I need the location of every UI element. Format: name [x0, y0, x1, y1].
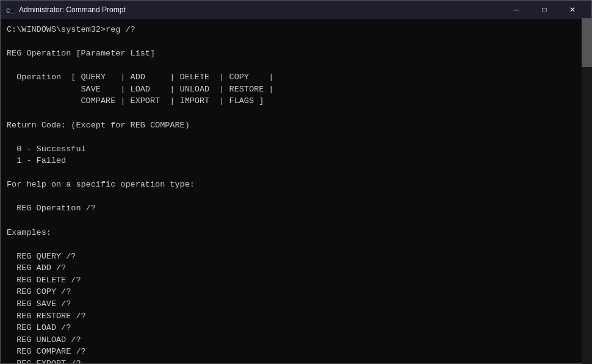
scrollbar-thumb[interactable]	[582, 18, 592, 67]
terminal-line: REG SAVE /?	[7, 298, 585, 310]
maximize-button[interactable]: □	[530, 1, 558, 19]
window-title: Administrator: Command Prompt	[19, 5, 126, 14]
titlebar: C_ Administrator: Command Prompt ─ □ ✕	[1, 1, 591, 19]
terminal-line	[7, 238, 585, 251]
terminal-line	[7, 191, 585, 203]
terminal-line	[7, 215, 585, 227]
cmd-window: C_ Administrator: Command Prompt ─ □ ✕ C…	[0, 0, 592, 364]
terminal-line: REG Operation /?	[7, 202, 585, 215]
terminal-line: REG Operation [Parameter List]	[7, 48, 585, 60]
scrollbar[interactable]	[582, 18, 592, 364]
terminal-line: Operation [ QUERY | ADD | DELETE | COPY …	[7, 71, 585, 84]
terminal-line: Return Code: (Except for REG COMPARE)	[7, 120, 585, 132]
terminal-body[interactable]: C:\WINDOWS\system32>reg /? REG Operation…	[1, 19, 591, 363]
minimize-button[interactable]: ─	[502, 1, 530, 19]
terminal-line: REG QUERY /?	[7, 251, 585, 263]
terminal-line: REG EXPORT /?	[7, 358, 585, 363]
terminal-line: REG COMPARE /?	[7, 346, 585, 358]
close-button[interactable]: ✕	[558, 1, 587, 19]
titlebar-left: C_ Administrator: Command Prompt	[5, 5, 126, 15]
terminal-line	[7, 107, 585, 120]
terminal-line	[7, 36, 585, 48]
terminal-line: REG ADD /?	[7, 262, 585, 274]
terminal-line: REG UNLOAD /?	[7, 334, 585, 346]
terminal-line: For help on a specific operation type:	[7, 179, 585, 191]
terminal-line: 1 - Failed	[7, 155, 585, 167]
terminal-line: REG COPY /?	[7, 286, 585, 298]
terminal-line	[7, 131, 585, 143]
svg-text:C_: C_	[6, 7, 15, 15]
terminal-line: COMPARE | EXPORT | IMPORT | FLAGS ]	[7, 95, 585, 107]
terminal-line: Examples:	[7, 227, 585, 239]
terminal-line: C:\WINDOWS\system32>reg /?	[7, 24, 585, 36]
terminal-line: REG RESTORE /?	[7, 310, 585, 323]
titlebar-controls: ─ □ ✕	[502, 1, 587, 19]
terminal-line: REG DELETE /?	[7, 274, 585, 287]
terminal-line: 0 - Successful	[7, 143, 585, 155]
terminal-line	[7, 60, 585, 72]
terminal-line: SAVE | LOAD | UNLOAD | RESTORE |	[7, 84, 585, 96]
terminal-line	[7, 167, 585, 179]
cmd-icon: C_	[5, 5, 15, 15]
terminal-line: REG LOAD /?	[7, 322, 585, 334]
